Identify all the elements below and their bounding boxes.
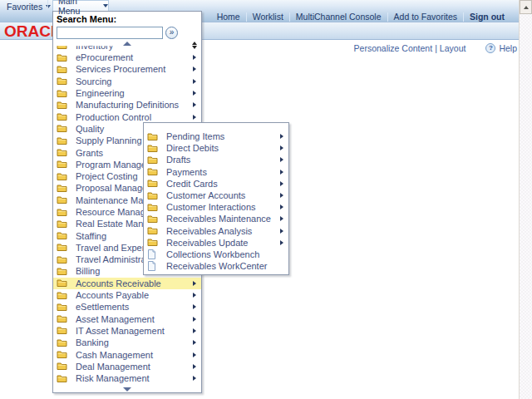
- folder-icon: [57, 219, 67, 229]
- menu-item[interactable]: Deal Management: [53, 361, 201, 372]
- menu-item-label: Asset Management: [76, 314, 191, 324]
- submenu-arrow-icon: [193, 376, 196, 381]
- folder-icon: [57, 160, 67, 169]
- menu-item[interactable]: Banking: [53, 337, 201, 348]
- search-row: »: [57, 26, 201, 39]
- menu-item-label: Receivables Update: [166, 238, 278, 248]
- header-link-add-to-favorites[interactable]: Add to Favorites: [388, 12, 463, 22]
- menu-item[interactable]: Cash Management: [53, 348, 201, 360]
- header-link-worklist[interactable]: Worklist: [247, 12, 289, 22]
- menu-item-label: Engineering: [76, 88, 191, 98]
- folder-icon: [57, 172, 67, 181]
- menu-item[interactable]: Services Procurement: [53, 63, 201, 75]
- menu-item-label: Receivables Maintenance: [166, 214, 278, 224]
- submenu-arrow-icon: [193, 328, 196, 333]
- menu-item-label: Inventory: [76, 41, 191, 51]
- scroll-up-icon[interactable]: [123, 42, 131, 46]
- favorites-menu[interactable]: Favorites: [7, 2, 51, 11]
- submenu-arrow-icon: [280, 181, 283, 186]
- menu-item-label: Risk Management: [76, 373, 191, 383]
- menu-item[interactable]: Sourcing: [53, 76, 201, 87]
- folder-icon: [147, 132, 158, 141]
- help-link[interactable]: ? Help: [485, 43, 517, 53]
- submenu-arrow-icon: [280, 170, 283, 175]
- scrollbar-up-arrow-icon: [524, 6, 529, 9]
- menu-item[interactable]: Collections Workbench: [144, 249, 288, 260]
- folder-icon: [57, 184, 67, 193]
- menu-item-label: eSettlements: [76, 302, 191, 312]
- folder-icon: [57, 338, 67, 347]
- menu-item[interactable]: eSettlements: [53, 301, 201, 313]
- personalize-content-link[interactable]: Personalize Content: [354, 43, 433, 53]
- vertical-scrollbar[interactable]: [519, 0, 532, 399]
- folder-icon: [57, 303, 67, 312]
- menu-item-label: Cash Management: [76, 350, 191, 360]
- menu-item[interactable]: Receivables WorkCenter: [144, 260, 288, 272]
- pipe-divider: |: [435, 43, 437, 53]
- folder-icon: [147, 155, 158, 165]
- search-input[interactable]: [57, 27, 163, 39]
- menu-item-label: Drafts: [166, 155, 278, 165]
- menu-item[interactable]: Engineering: [53, 87, 201, 99]
- menu-item[interactable]: Receivables Update: [144, 237, 288, 249]
- header-link-home[interactable]: Home: [211, 12, 246, 22]
- menu-item[interactable]: Drafts: [144, 154, 288, 165]
- folder-icon: [147, 144, 158, 153]
- submenu-arrow-icon: [193, 55, 196, 60]
- folder-icon: [57, 243, 67, 252]
- layout-link[interactable]: Layout: [440, 43, 466, 53]
- menu-item[interactable]: Payments: [144, 166, 288, 178]
- menu-item-label: Accounts Payable: [76, 290, 191, 300]
- submenu-arrow-icon: [193, 79, 196, 84]
- folder-icon: [147, 179, 158, 188]
- folder-icon: [57, 195, 67, 204]
- menu-item-label: Payments: [166, 167, 278, 177]
- menu-item[interactable]: IT Asset Management: [53, 325, 201, 337]
- menu-item[interactable]: Receivables Analysis: [144, 225, 288, 237]
- submenu-arrow-icon: [193, 115, 196, 120]
- folder-icon: [147, 214, 158, 224]
- menu-resize-handle[interactable]: [192, 42, 197, 49]
- submenu-arrow-icon: [193, 91, 196, 96]
- menu-item[interactable]: Accounts Receivable: [53, 278, 201, 289]
- header-link-multichannel-console[interactable]: MultiChannel Console: [290, 12, 387, 22]
- folder-icon: [147, 191, 158, 200]
- folder-icon: [57, 124, 67, 133]
- submenu-arrow-icon: [193, 340, 196, 345]
- menu-item-label: Credit Cards: [166, 179, 278, 189]
- tab-divider: [47, 0, 48, 11]
- menu-item[interactable]: Asset Management: [53, 313, 201, 325]
- menu-item[interactable]: Customer Interactions: [144, 201, 288, 213]
- menu-scroll-down-zone[interactable]: [53, 384, 201, 395]
- submenu-arrow-icon: [193, 317, 196, 322]
- header-link-sign-out[interactable]: Sign out: [464, 12, 510, 22]
- submenu-arrow-icon: [193, 102, 196, 107]
- folder-icon: [57, 208, 67, 217]
- accounts-receivable-submenu: Pending Items Direct Debits Drafts Payme…: [143, 122, 289, 275]
- folder-icon: [57, 136, 67, 145]
- main-menu-label: Main Menu: [58, 0, 100, 16]
- menu-item-label: Receivables WorkCenter: [166, 261, 278, 271]
- resize-up-icon: [192, 42, 197, 45]
- menu-item[interactable]: Production Control: [53, 111, 201, 122]
- menu-item[interactable]: Customer Accounts: [144, 190, 288, 201]
- menu-item[interactable]: Credit Cards: [144, 178, 288, 190]
- menu-item-label: eProcurement: [76, 52, 191, 62]
- menu-item-label: Customer Accounts: [166, 190, 278, 200]
- menu-item[interactable]: Direct Debits: [144, 142, 288, 154]
- menu-item[interactable]: Risk Management: [53, 372, 201, 384]
- search-go-button[interactable]: »: [165, 27, 178, 39]
- main-menu-tab[interactable]: Main Menu: [52, 0, 109, 11]
- menu-item[interactable]: Manufacturing Definitions: [53, 99, 201, 111]
- submenu-arrow-icon: [280, 229, 283, 234]
- menu-item[interactable]: Pending Items: [144, 131, 288, 142]
- folder-icon: [57, 89, 67, 98]
- document-icon: [147, 249, 158, 259]
- scrollbar-up-button[interactable]: [520, 0, 532, 14]
- submenu-arrow-icon: [193, 281, 196, 286]
- menu-item[interactable]: eProcurement: [53, 52, 201, 63]
- menu-item[interactable]: Accounts Payable: [53, 289, 201, 301]
- folder-icon: [147, 167, 158, 176]
- folder-icon: [57, 314, 67, 323]
- menu-item[interactable]: Receivables Maintenance: [144, 213, 288, 224]
